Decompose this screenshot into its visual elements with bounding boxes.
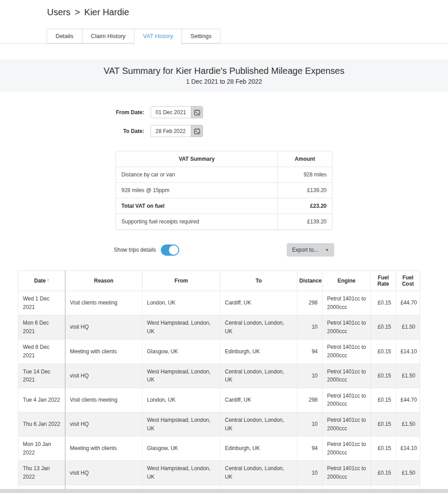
trip-cell-to: Central London, London, UK: [220, 461, 297, 485]
trip-cell-reason: visit HQ: [65, 412, 142, 436]
column-header-to[interactable]: To: [220, 271, 297, 291]
trip-cell-date: Thu 13 Jan 2022: [18, 461, 65, 485]
trip-cell-distance: 10: [297, 461, 323, 485]
trip-cell-reason: Visit clients meeting: [65, 388, 142, 412]
vat-summary-row: 928 miles @ 15ppm£139.20: [116, 183, 332, 198]
trip-row: Thu 6 Jan 2022visit HQWest Hampstead, Lo…: [18, 412, 420, 436]
trip-cell-to: Central London, London, UK: [220, 315, 297, 339]
trip-cell-reason: Meeting with clients: [65, 339, 142, 364]
to-date-label: To Date:: [99, 128, 144, 134]
column-header-date[interactable]: Date↑: [18, 271, 65, 291]
vat-summary-row: Total VAT on fuel£23.20: [116, 198, 332, 214]
trip-cell-from: West Hampstead, London, UK: [142, 412, 220, 436]
trip-row: Mon 6 Dec 2021visit HQWest Hampstead, Lo…: [18, 315, 420, 339]
to-date-calendar-button[interactable]: [191, 125, 203, 137]
trip-cell-fuel-cost: £14.10: [396, 339, 420, 364]
vat-row-label: 928 miles @ 15ppm: [116, 183, 278, 198]
tab-settings[interactable]: Settings: [181, 29, 220, 43]
trip-cell-reason: visit HQ: [65, 364, 142, 388]
trip-cell-from: West Hampstead, London, UK: [142, 315, 220, 339]
trip-cell-fuel-rate: £0.15: [371, 364, 396, 388]
trip-cell-engine: Petrol 1401cc to 2000ccc: [323, 412, 371, 436]
trip-row: Wed 8 Dec 2021Meeting with clientsGlasgo…: [18, 339, 420, 364]
trip-row: Thu 13 Jan 2022visit HQWest Hampstead, L…: [18, 461, 420, 485]
calendar-icon: [194, 109, 200, 116]
trip-cell-engine: Petrol 1401cc to 2000ccc: [323, 339, 371, 364]
trip-cell-to: Edinburgh, UK: [220, 437, 297, 461]
trip-cell-to: Central London, London, UK: [220, 364, 297, 388]
trip-cell-from: London, UK: [142, 291, 220, 315]
vat-row-label: Supporting fuel receipts required: [116, 214, 278, 230]
tab-claim-history[interactable]: Claim History: [82, 29, 134, 43]
trip-cell-from: West Hampstead, London, UK: [142, 461, 220, 485]
date-filters: From Date: To Date:: [99, 106, 349, 137]
vat-row-label: Distance by car or van: [116, 167, 278, 183]
vat-row-amount: £23.20: [278, 198, 332, 214]
trip-cell-fuel-cost: £14.10: [396, 437, 420, 461]
trip-cell-date: Wed 1 Dec 2021: [18, 291, 65, 315]
column-header-fuel-rate[interactable]: Fuel Rate: [371, 271, 396, 291]
date-range-subtitle: 1 Dec 2021 to 28 Feb 2022: [0, 78, 448, 85]
trip-cell-from: West Hampstead, London, UK: [142, 364, 220, 388]
trip-row: Wed 1 Dec 2021Visit clients meetingLondo…: [18, 291, 420, 315]
trip-cell-engine: Petrol 1401cc to 2000ccc: [323, 388, 371, 412]
trip-cell-to: Cardiff, UK: [220, 291, 297, 315]
trip-cell-date: Thu 6 Jan 2022: [18, 412, 65, 436]
trip-cell-fuel-cost: £1.50: [396, 461, 420, 485]
from-date-input[interactable]: [151, 106, 191, 118]
column-header-distance[interactable]: Distance: [297, 271, 323, 291]
to-date-input[interactable]: [151, 125, 191, 137]
trip-row: Tue 4 Jan 2022Visit clients meetingLondo…: [18, 388, 420, 412]
trip-cell-from: Glasgow, UK: [142, 437, 220, 461]
trip-cell-reason: Meeting with clients: [65, 437, 142, 461]
from-date-row: From Date:: [99, 106, 349, 118]
trip-cell-reason: Visit clients meeting: [65, 291, 142, 315]
summary-header-band: VAT Summary for Kier Hardie's Published …: [0, 60, 448, 91]
trip-cell-distance: 10: [297, 364, 323, 388]
breadcrumb-users-link[interactable]: Users: [47, 7, 70, 17]
breadcrumb-separator: >: [75, 7, 80, 17]
trip-cell-engine: Petrol 1401cc to 2000ccc: [323, 315, 371, 339]
from-date-label: From Date:: [99, 109, 144, 116]
export-dropdown-button[interactable]: Export to... ▼: [287, 243, 334, 257]
trip-cell-fuel-cost: £44.70: [396, 291, 420, 315]
vat-summary-table: VAT Summary Amount Distance by car or va…: [116, 151, 332, 230]
breadcrumb-current-user: Kier Hardie: [84, 7, 129, 17]
trip-cell-engine: Petrol 1401cc to 2000ccc: [323, 437, 371, 461]
column-header-from[interactable]: From: [142, 271, 220, 291]
trip-cell-engine: Petrol 1401cc to 2000ccc: [323, 291, 371, 315]
column-header-engine[interactable]: Engine: [323, 271, 371, 291]
trip-cell-date: Mon 6 Dec 2021: [18, 315, 65, 339]
vat-summary-row: Distance by car or van928 miles: [116, 167, 332, 183]
column-header-reason[interactable]: Reason: [65, 271, 142, 291]
trip-cell-engine: Petrol 1401cc to 2000ccc: [323, 461, 371, 485]
trip-cell-to: Cardiff, UK: [220, 388, 297, 412]
tab-bar: Details Claim History VAT History Settin…: [0, 29, 448, 44]
trip-cell-distance: 298: [297, 291, 323, 315]
trip-cell-distance: 10: [297, 315, 323, 339]
trip-cell-fuel-cost: £1.50: [396, 364, 420, 388]
page-title: VAT Summary for Kier Hardie's Published …: [0, 66, 448, 76]
toggle-knob: [169, 245, 178, 255]
horizontal-scrollbar[interactable]: [0, 489, 448, 493]
show-trips-toggle[interactable]: [161, 244, 179, 256]
trip-cell-reason: visit HQ: [65, 315, 142, 339]
to-date-row: To Date:: [99, 125, 349, 137]
trip-cell-fuel-cost: £44.70: [396, 388, 420, 412]
breadcrumb: Users > Kier Hardie: [0, 0, 448, 17]
vat-row-amount: £139.20: [278, 214, 332, 230]
chevron-down-icon: ▼: [325, 248, 329, 252]
vat-summary-column-header: VAT Summary: [116, 151, 278, 167]
show-trips-toggle-group: Show trips details: [114, 244, 179, 256]
trip-cell-to: Central London, London, UK: [220, 412, 297, 436]
tab-vat-history[interactable]: VAT History: [134, 29, 182, 46]
table-controls: Show trips details Export to... ▼: [114, 243, 334, 257]
trip-cell-from: London, UK: [142, 388, 220, 412]
column-header-fuel-cost[interactable]: Fuel Cost: [396, 271, 420, 291]
sort-ascending-icon: ↑: [47, 278, 49, 283]
trip-cell-engine: Petrol 1401cc to 2000ccc: [323, 364, 371, 388]
trip-cell-to: Edinburgh, UK: [220, 339, 297, 364]
tab-details[interactable]: Details: [47, 29, 82, 43]
trip-cell-fuel-rate: £0.15: [371, 388, 396, 412]
from-date-calendar-button[interactable]: [191, 106, 203, 118]
